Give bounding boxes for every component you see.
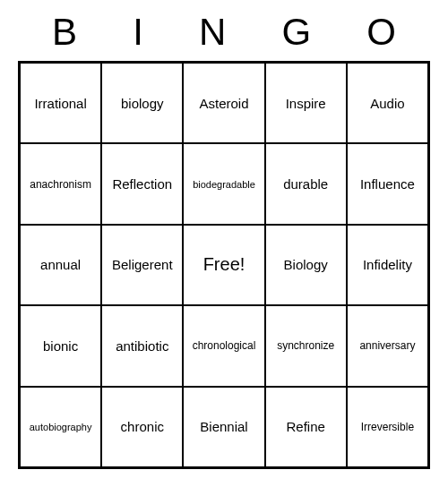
bingo-cell[interactable]: antibiotic (101, 305, 183, 386)
header-letter-g: G (282, 11, 312, 54)
bingo-cell[interactable]: durable (265, 143, 347, 224)
header-letter-o: O (366, 11, 396, 54)
bingo-cell[interactable]: chronological (183, 305, 264, 386)
bingo-cell[interactable]: Audio (347, 63, 428, 143)
bingo-cell[interactable]: annual (20, 225, 101, 305)
bingo-cell[interactable]: anachronism (20, 143, 101, 224)
bingo-cell[interactable]: bionic (20, 305, 101, 386)
bingo-cell[interactable]: Reflection (101, 143, 183, 224)
bingo-cell[interactable]: Irreversible (347, 387, 428, 467)
bingo-cell[interactable]: Asteroid (183, 63, 264, 143)
header-letter-n: N (199, 11, 226, 54)
bingo-cell[interactable]: Inspire (265, 63, 347, 143)
bingo-cell-free[interactable]: Free! (183, 225, 264, 305)
header-letter-i: I (133, 11, 143, 54)
bingo-cell[interactable]: Beligerent (101, 225, 183, 305)
bingo-cell[interactable]: Biennial (183, 387, 264, 467)
bingo-cell[interactable]: Infidelity (347, 225, 428, 305)
bingo-cell[interactable]: chronic (101, 387, 183, 467)
bingo-cell[interactable]: Irrational (20, 63, 101, 143)
bingo-cell[interactable]: anniversary (347, 305, 428, 386)
bingo-grid: Irrational biology Asteroid Inspire Audi… (18, 61, 430, 469)
bingo-cell[interactable]: synchronize (265, 305, 347, 386)
bingo-cell[interactable]: biology (101, 63, 183, 143)
header-letter-b: B (52, 11, 77, 54)
bingo-cell[interactable]: biodegradable (183, 143, 264, 224)
bingo-cell[interactable]: Influence (347, 143, 428, 224)
bingo-cell[interactable]: Refine (265, 387, 347, 467)
bingo-cell[interactable]: autobiography (20, 387, 101, 467)
bingo-header: B I N G O (27, 11, 421, 61)
bingo-cell[interactable]: Biology (265, 225, 347, 305)
